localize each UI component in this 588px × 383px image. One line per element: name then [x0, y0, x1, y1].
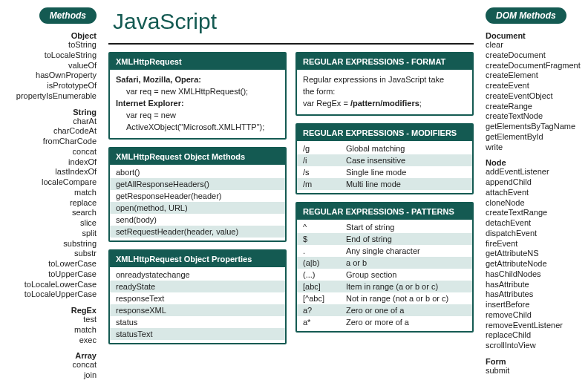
side-item: hasOwnProperty — [3, 71, 97, 81]
side-item: toString — [3, 40, 97, 50]
side-item: fireEvent — [486, 239, 585, 249]
side-item: write — [486, 143, 585, 153]
methods-groups: ObjecttoStringtoLocaleStringvalueOfhasOw… — [3, 31, 97, 381]
kv-row: .Any single character — [297, 245, 472, 257]
side-item: test — [3, 315, 97, 325]
xhr-methods-panel: XMLHttpRequest Object Methods abort()get… — [108, 147, 287, 242]
side-item: addEventListener — [486, 167, 585, 177]
side-item: hasAttributes — [486, 289, 585, 300]
side-group: ObjecttoStringtoLocaleStringvalueOfhasOw… — [3, 31, 97, 102]
side-item: propertyIsEnumerable — [3, 91, 97, 102]
kv-row: (a|b)a or b — [297, 257, 472, 269]
title-divider — [108, 43, 474, 45]
side-group-header: String — [3, 108, 97, 117]
side-item: insertBefore — [486, 300, 585, 310]
re-format-line3b: /pattern/modifiers — [350, 99, 419, 108]
xhr-methods-rows: abort()getAllResponseHeaders()getRespons… — [110, 165, 285, 240]
list-cell: getResponseHeader(header) — [116, 192, 279, 200]
side-group: NodeaddEventListenerappendChildattachEve… — [486, 158, 585, 351]
re-patt-panel: REGULAR EXPRESSIONS - PATTERNS ^Start of… — [295, 202, 474, 333]
side-item: concat — [3, 147, 97, 157]
side-item: substring — [3, 239, 97, 249]
side-item: toUpperCase — [3, 269, 97, 280]
kv-key: a? — [303, 306, 346, 315]
side-item: getAttributeNS — [486, 249, 585, 259]
methods-sidebar: Methods ObjecttoStringtoLocaleStringvalu… — [0, 0, 102, 383]
side-item: appendChild — [486, 177, 585, 188]
list-row: setRequestHeader(header, value) — [110, 226, 285, 238]
list-cell: responseXML — [116, 306, 279, 315]
side-group-header: RegEx — [3, 306, 97, 315]
side-item: substr — [3, 249, 97, 259]
kv-key: (a|b) — [303, 258, 346, 267]
xhr-props-panel: XMLHttpRequest Object Properties onready… — [108, 249, 287, 344]
list-cell: readyState — [116, 282, 279, 291]
side-group: Arrayconcatjoin — [3, 351, 97, 381]
list-row: getResponseHeader(header) — [110, 190, 285, 202]
side-item: exec — [3, 335, 97, 346]
list-row: abort() — [110, 166, 285, 178]
dom-methods-pill: DOM Methods — [486, 7, 566, 24]
kv-key: [^abc] — [303, 294, 346, 303]
side-item: search — [3, 208, 97, 218]
re-format-line1: Regular expressions in JavaScript take — [303, 74, 466, 86]
side-item: detachEvent — [486, 218, 585, 229]
kv-val: Item in range (a or b or c) — [346, 282, 466, 291]
kv-val: Group section — [346, 270, 466, 279]
side-item: getElementsByTagName — [486, 122, 585, 132]
side-item: removeChild — [486, 310, 585, 321]
side-item: getElementById — [486, 132, 585, 143]
re-mods-rows: /gGlobal matching/iCase insensitive/sSin… — [297, 141, 472, 193]
kv-val: Start of string — [346, 223, 466, 232]
kv-val: Zero or one of a — [346, 306, 466, 315]
list-row: onreadystatechange — [110, 269, 285, 281]
kv-row: a?Zero or one of a — [297, 304, 472, 316]
kv-row: /gGlobal matching — [297, 143, 472, 154]
side-item: attachEvent — [486, 188, 585, 198]
xhr-browsers-1: Safari, Mozilla, Opera: — [116, 75, 201, 84]
side-group: RegExtestmatchexec — [3, 306, 97, 345]
side-item: split — [3, 229, 97, 239]
kv-row: $End of string — [297, 233, 472, 245]
list-cell: send(body) — [116, 215, 279, 224]
side-item: join — [3, 370, 97, 381]
list-row: readyState — [110, 281, 285, 292]
kv-val: Any single character — [346, 246, 466, 255]
kv-row: a*Zero or more of a — [297, 316, 472, 328]
side-item: createDocument — [486, 50, 585, 61]
side-item: hasChildNodes — [486, 269, 585, 280]
side-item: match — [3, 188, 97, 198]
kv-row: /iCase insensitive — [297, 154, 472, 166]
kv-row: (...)Group section — [297, 269, 472, 281]
list-cell: onreadystatechange — [116, 270, 279, 279]
xhr-code-2a: var req = new — [116, 110, 279, 122]
kv-key: /s — [303, 168, 346, 177]
kv-val: Global matching — [346, 144, 466, 153]
side-item: fromCharCode — [3, 137, 97, 147]
xhr-panel: XMLHttpRequest Safari, Mozilla, Opera: v… — [108, 52, 287, 140]
column-left: XMLHttpRequest Safari, Mozilla, Opera: v… — [108, 52, 287, 344]
xhr-code-1: var req = new XMLHttpRequest(); — [116, 86, 279, 98]
kv-val: Multi line mode — [346, 180, 466, 189]
side-item: charCodeAt — [3, 126, 97, 137]
dom-methods-groups: DocumentclearcreateDocumentcreateDocumen… — [486, 31, 585, 376]
main-content: JavaScript XMLHttpRequest Safari, Mozill… — [102, 0, 480, 383]
kv-row: ^Start of string — [297, 221, 472, 233]
xhr-props-rows: onreadystatechangereadyStateresponseText… — [110, 267, 285, 343]
kv-val: Case insensitive — [346, 156, 466, 165]
kv-key: /m — [303, 180, 346, 189]
list-row: responseText — [110, 292, 285, 304]
kv-val: End of string — [346, 235, 466, 243]
re-format-line3c: ; — [419, 99, 422, 108]
side-item: clear — [486, 40, 585, 50]
kv-key: [abc] — [303, 282, 346, 291]
side-item: toLowerCase — [3, 259, 97, 269]
list-row: statusText — [110, 328, 285, 340]
re-mods-panel: REGULAR EXPRESSIONS - MODIFIERS /gGlobal… — [295, 123, 474, 194]
re-format-line2: the form: — [303, 86, 466, 98]
kv-key: ^ — [303, 223, 346, 232]
side-item: toLocaleString — [3, 50, 97, 61]
side-item: removeEventListener — [486, 321, 585, 331]
list-row: open(method, URL) — [110, 202, 285, 214]
side-item: createEventObject — [486, 91, 585, 102]
